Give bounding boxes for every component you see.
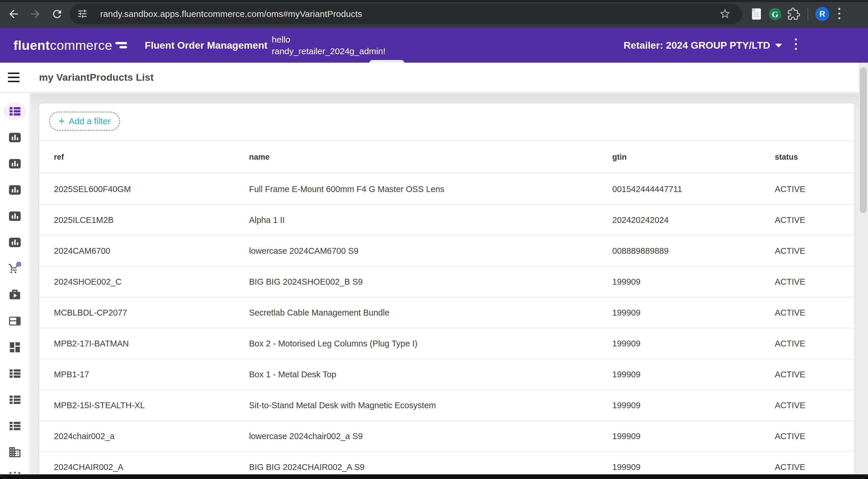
cell-ref: 2024chair002_a: [54, 421, 115, 451]
cell-name: Box 1 - Metal Desk Top: [249, 359, 336, 390]
forward-arrow-icon[interactable]: [28, 7, 42, 21]
logo-mark-icon: [115, 41, 128, 50]
bookmark-star-icon[interactable]: [719, 7, 731, 21]
browser-menu-icon[interactable]: [838, 8, 840, 19]
main-content: + Add a filter ref name gtin status 2025…: [31, 93, 859, 479]
greeting-line2: randy_retailer_2024g_admin!: [272, 46, 385, 57]
column-header-ref[interactable]: ref: [54, 141, 64, 173]
cell-status: ACTIVE: [775, 421, 805, 451]
cell-ref: MPB1-17: [54, 359, 89, 390]
table-row[interactable]: MPB2-17I-BATMAN Box 2 - Motorised Leg Co…: [39, 328, 854, 359]
dashboard-icon[interactable]: [3, 338, 27, 356]
reload-icon[interactable]: [50, 7, 64, 21]
app-header: fluentcommerce Fluent Order Management h…: [0, 28, 868, 63]
user-greeting: hello randy_retailer_2024g_admin!: [272, 34, 385, 57]
cell-gtin: 202420242024: [612, 205, 669, 235]
column-header-gtin[interactable]: gtin: [612, 141, 626, 173]
briefcase-play-icon[interactable]: [3, 286, 27, 304]
bar-chart-icon[interactable]: [3, 129, 27, 146]
cell-name: Full Frame E-Mount 600mm F4 G Master OSS…: [249, 174, 444, 204]
cell-ref: MPB2-15I-STEALTH-XL: [54, 390, 145, 420]
list-table-2-icon[interactable]: [3, 417, 27, 435]
shopping-cart-icon[interactable]: [3, 260, 27, 277]
cell-ref: MPB2-17I-BATMAN: [54, 328, 129, 359]
table-row[interactable]: 2024CAM6700 lowercase 2024CAM6700 S9 008…: [39, 236, 854, 267]
browser-profile-avatar[interactable]: R: [815, 7, 829, 21]
cell-ref: MCBLBDL-CP2077: [54, 298, 127, 328]
extensions-puzzle-icon[interactable]: [786, 6, 801, 22]
url-text[interactable]: randy.sandbox.apps.fluentcommerce.com/om…: [100, 9, 362, 19]
toolbar-divider: [807, 7, 808, 21]
cell-status: ACTIVE: [775, 174, 805, 204]
card-layout-icon[interactable]: [3, 312, 27, 330]
column-header-name[interactable]: name: [249, 141, 270, 173]
table-row[interactable]: MPB1-17 Box 1 - Metal Desk Top 199909 AC…: [39, 359, 854, 390]
table-row[interactable]: 2024SHOE002_C BIG BIG 2024SHOE002_B S9 1…: [39, 267, 854, 298]
table-row[interactable]: MCBLBDL-CP2077 Secretlab Cable Managemen…: [39, 298, 854, 328]
cell-name: Secretlab Cable Management Bundle: [249, 298, 390, 328]
svg-text:G: G: [772, 10, 778, 19]
cell-name: Alpha 1 II: [249, 205, 285, 235]
cell-gtin: 199909: [612, 359, 641, 390]
cell-status: ACTIVE: [775, 298, 805, 328]
notes-extension-icon[interactable]: [749, 6, 764, 22]
list-table-2-icon[interactable]: [3, 391, 27, 409]
retailer-selector[interactable]: Retailer: 2024 GROUP PTY/LTD: [624, 28, 782, 63]
add-filter-label: Add a filter: [69, 116, 111, 126]
address-bar[interactable]: randy.sandbox.apps.fluentcommerce.com/om…: [70, 4, 742, 24]
grammarly-extension-icon[interactable]: G: [768, 6, 783, 22]
page-topbar: my VariantProducts List: [0, 63, 868, 93]
cell-gtin: 199909: [612, 421, 641, 451]
table-row[interactable]: 2025SEL600F40GM Full Frame E-Mount 600mm…: [39, 174, 854, 205]
fluentcommerce-logo[interactable]: fluentcommerce: [13, 28, 128, 63]
cell-name: lowercase 2024chair002_a S9: [249, 421, 363, 451]
logo-text-bold: fluent: [13, 38, 50, 53]
cell-gtin: 199909: [612, 390, 641, 420]
bar-chart-icon[interactable]: [3, 207, 27, 225]
cell-name: Sit-to-Stand Metal Desk with Magnetic Ec…: [249, 390, 436, 420]
cell-status: ACTIVE: [775, 267, 805, 297]
cell-status: ACTIVE: [775, 390, 805, 420]
cell-status: ACTIVE: [775, 205, 805, 235]
cell-status: ACTIVE: [775, 236, 805, 266]
logo-text-light: commerce: [50, 38, 112, 53]
table-row[interactable]: 2025ILCE1M2B Alpha 1 II 202420242024 ACT…: [39, 205, 854, 236]
scrollbar-thumb[interactable]: [860, 67, 867, 213]
column-header-status[interactable]: status: [775, 141, 798, 173]
page-title: my VariantProducts List: [39, 63, 154, 92]
cell-ref: 2024CAM6700: [54, 236, 110, 266]
add-filter-button[interactable]: + Add a filter: [49, 112, 120, 131]
site-settings-icon[interactable]: [77, 8, 88, 21]
cell-gtin: 199909: [612, 328, 641, 359]
screen-bottom-edge: [0, 474, 868, 479]
cell-status: ACTIVE: [775, 328, 805, 359]
table-header: ref name gtin status: [39, 141, 854, 173]
browser-top-edge: [0, 0, 868, 2]
caret-down-icon: [775, 43, 782, 48]
list-table-icon[interactable]: [3, 102, 27, 120]
screen: randy.sandbox.apps.fluentcommerce.com/om…: [0, 0, 868, 479]
cell-gtin: 008889889889: [612, 236, 669, 266]
table-row[interactable]: MPB2-15I-STEALTH-XL Sit-to-Stand Metal D…: [39, 390, 854, 421]
plus-icon: +: [59, 116, 65, 126]
bar-chart-icon[interactable]: [3, 181, 27, 199]
cell-ref: 2025ILCE1M2B: [54, 205, 114, 235]
table-row[interactable]: 2024chair002_a lowercase 2024chair002_a …: [39, 421, 854, 452]
greeting-line1: hello: [272, 34, 385, 46]
cell-name: lowercase 2024CAM6700 S9: [249, 236, 359, 266]
bar-chart-icon[interactable]: [3, 155, 27, 173]
back-arrow-icon[interactable]: [7, 7, 21, 21]
table-body: 2025SEL600F40GM Full Frame E-Mount 600mm…: [39, 174, 854, 479]
bar-chart-icon[interactable]: [3, 234, 27, 251]
list-card: + Add a filter ref name gtin status 2025…: [39, 103, 854, 479]
retailer-label: Retailer: 2024 GROUP PTY/LTD: [624, 40, 770, 51]
list-table-2-icon[interactable]: [3, 365, 27, 382]
menu-hamburger-icon[interactable]: [8, 72, 20, 82]
cell-name: BIG BIG 2024SHOE002_B S9: [249, 267, 363, 297]
browser-toolbar: randy.sandbox.apps.fluentcommerce.com/om…: [0, 0, 868, 28]
cell-gtin: 001542444447711: [612, 174, 682, 204]
sidebar-nav: [0, 93, 30, 479]
building-icon[interactable]: [3, 444, 27, 461]
cell-gtin: 199909: [612, 267, 641, 297]
app-menu-kebab-icon[interactable]: [792, 38, 799, 50]
